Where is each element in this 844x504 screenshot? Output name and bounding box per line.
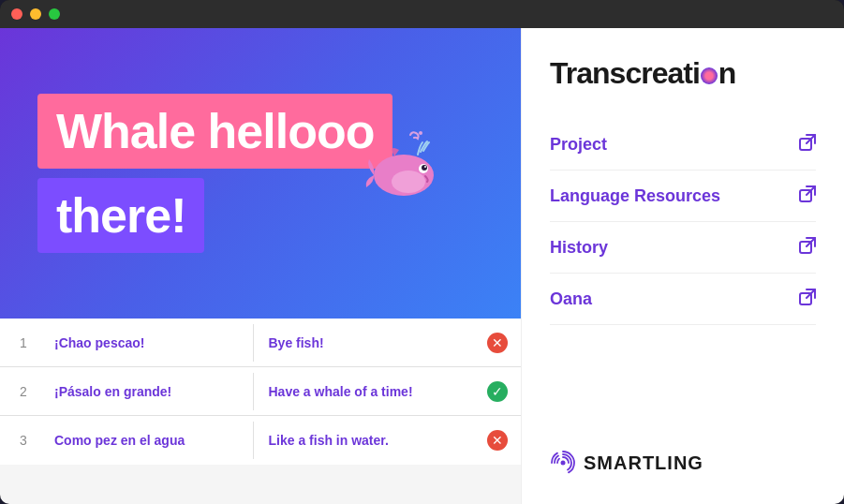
hero-line1: Whale hellooo (37, 94, 392, 169)
target-text: Bye fish! (254, 324, 475, 362)
hero-text-group: Whale hellooo there! (37, 94, 392, 253)
target-text: Like a fish in water. (254, 422, 475, 459)
svg-point-0 (419, 131, 422, 135)
right-panel: Transcreatin Project Language Resources (521, 28, 844, 504)
nav-label-language-resources: Language Resources (550, 186, 720, 206)
table-row: 1 ¡Chao pescao! Bye fish! ✕ (0, 319, 521, 367)
minimize-button[interactable] (30, 8, 41, 20)
nav-item-history[interactable]: History (550, 222, 816, 274)
app-window: Whale hellooo there! (0, 0, 844, 504)
status-cell: ✓ (474, 381, 521, 402)
external-link-icon (799, 289, 816, 309)
app-title: Transcreatin (550, 56, 816, 91)
nav-item-project[interactable]: Project (550, 119, 816, 170)
close-button[interactable] (11, 8, 22, 20)
external-link-icon (799, 185, 816, 206)
source-text: ¡Pásalo en grande! (47, 373, 254, 410)
title-bar (0, 0, 844, 28)
success-icon: ✓ (487, 381, 508, 402)
status-cell: ✕ (474, 333, 521, 353)
table-row: 3 Como pez en el agua Like a fish in wat… (0, 416, 521, 465)
row-number: 1 (0, 335, 47, 350)
svg-point-4 (422, 165, 427, 170)
external-link-icon (799, 134, 816, 155)
nav-item-oana[interactable]: Oana (550, 274, 816, 325)
source-text: Como pez en el agua (47, 422, 254, 459)
nav-label-history: History (550, 238, 608, 258)
hero-line2-text: there! (56, 188, 185, 243)
nav-label-project: Project (550, 135, 607, 155)
error-icon: ✕ (487, 430, 508, 451)
svg-point-5 (424, 166, 426, 168)
smartling-logo: SMARTLING (550, 431, 816, 476)
smartling-fingerprint-icon (550, 450, 576, 476)
hero-section: Whale hellooo there! (0, 28, 521, 319)
whale-mascot (362, 124, 446, 223)
title-dot-icon (701, 67, 718, 84)
target-text: Have a whale of a time! (254, 373, 475, 410)
row-number: 3 (0, 433, 47, 448)
hero-line1-text: Whale hellooo (56, 104, 374, 158)
translation-table: 1 ¡Chao pescao! Bye fish! ✕ 2 ¡Pásalo en… (0, 319, 521, 504)
maximize-button[interactable] (49, 8, 60, 20)
external-link-icon (799, 237, 816, 258)
svg-point-2 (392, 170, 425, 193)
hero-line2: there! (37, 178, 204, 253)
status-cell: ✕ (474, 430, 521, 451)
nav-label-oana: Oana (550, 289, 592, 309)
smartling-brand-name: SMARTLING (584, 452, 703, 474)
row-number: 2 (0, 384, 47, 399)
source-text: ¡Chao pescao! (47, 324, 254, 362)
left-panel: Whale hellooo there! (0, 28, 521, 504)
error-icon: ✕ (487, 333, 508, 353)
svg-point-10 (561, 461, 566, 466)
table-row: 2 ¡Pásalo en grande! Have a whale of a t… (0, 367, 521, 416)
nav-item-language-resources[interactable]: Language Resources (550, 170, 816, 222)
main-content: Whale hellooo there! (0, 28, 844, 504)
